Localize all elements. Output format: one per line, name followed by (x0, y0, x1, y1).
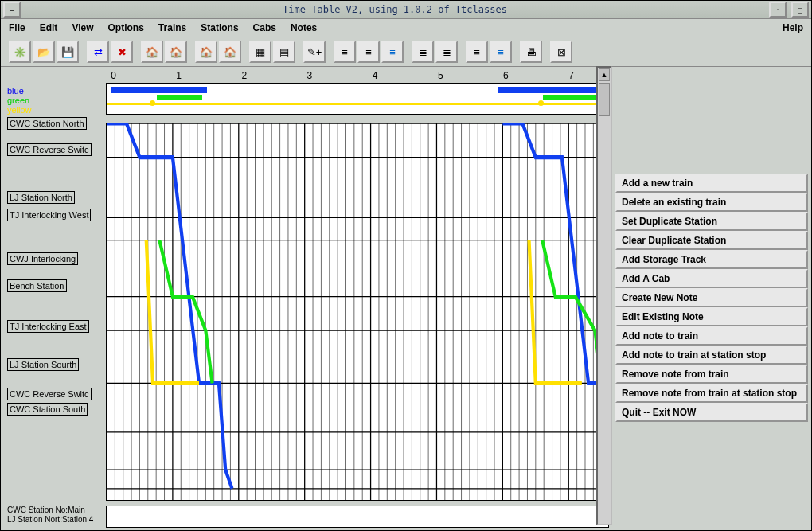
toolbar-train-add-icon[interactable]: ⇄ (87, 41, 109, 63)
toolbar-open-icon[interactable]: 📂 (33, 41, 55, 63)
time-axis: 0 1 2 3 4 5 6 7 (106, 70, 609, 83)
status-line-1: CWC Station No:Main (7, 506, 103, 515)
action-button[interactable]: Clear Duplicate Station (615, 231, 808, 250)
action-button[interactable]: Delete an existing train (615, 193, 808, 212)
toolbar-grid2-icon[interactable]: ▤ (273, 41, 295, 63)
action-button[interactable]: Add note to train (615, 326, 808, 346)
menu-options[interactable]: Options (108, 22, 144, 33)
legend-green: green (7, 96, 103, 105)
toolbar-align7-icon[interactable]: ≡ (490, 41, 512, 63)
action-button[interactable]: Add a new train (615, 174, 808, 193)
menu-file[interactable]: File (9, 22, 25, 33)
tick: 0 (111, 70, 116, 81)
toolbar-grid-icon[interactable]: ▦ (249, 41, 271, 63)
cab-occupancy-strip[interactable] (106, 83, 609, 115)
action-button[interactable]: Quit -- Exit NOW (615, 403, 808, 422)
action-button[interactable]: Edit Existing Note (615, 307, 808, 326)
station-label: CWC Reverse Switc (7, 143, 92, 156)
toolbar-align1-icon[interactable]: ≡ (334, 41, 356, 63)
station-label: CWC Reverse Switc (7, 388, 92, 400)
toolbar-print-icon[interactable]: 🖶 (520, 41, 542, 63)
toolbar-align2-icon[interactable]: ≡ (357, 41, 380, 63)
menu-cabs[interactable]: Cabs (253, 22, 276, 33)
station-label: Bench Station (7, 279, 67, 292)
window-menu-button[interactable]: — (3, 2, 21, 18)
toolbar-new-icon[interactable]: ✳️ (9, 41, 31, 63)
action-button[interactable]: Remove note from train (615, 365, 808, 384)
toolbar-note-add-icon[interactable]: ✎+ (303, 41, 326, 63)
toolbar-station-4-icon[interactable]: 🏠 (219, 41, 241, 63)
body: 0 1 2 3 4 5 6 7 blue green yellow (1, 67, 811, 531)
menu-notes[interactable]: Notes (291, 22, 317, 33)
toolbar-align6-icon[interactable]: ≡ (466, 41, 488, 63)
toolbar-save-icon[interactable]: 💾 (57, 41, 79, 63)
tick: 7 (568, 70, 574, 81)
graph-panel: 0 1 2 3 4 5 6 7 blue green yellow (1, 67, 612, 531)
action-button[interactable]: Set Duplicate Station (615, 212, 808, 231)
action-panel: Add a new trainDelete an existing trainS… (612, 67, 811, 531)
maximize-button[interactable]: □ (791, 2, 809, 18)
vertical-scrollbar[interactable]: ▲ (596, 66, 612, 525)
station-label: TJ Interlocking East (7, 320, 89, 333)
train-graph[interactable] (106, 123, 609, 501)
station-label: CWJ Interlocking (7, 252, 78, 265)
toolbar: ✳️ 📂 💾 ⇄ ✖ 🏠 🏠 🏠 🏠 ▦ ▤ ✎+ ≡ ≡ ≡ ≣ ≣ ≡ ≡ … (1, 37, 811, 67)
legend-blue: blue (7, 86, 103, 96)
tick: 2 (241, 70, 247, 81)
status-strip (106, 506, 609, 528)
station-label: LJ Station Sourth (7, 358, 79, 371)
status-line-2: LJ Station Nort:Station 4 (7, 515, 103, 525)
action-button[interactable]: Add note to train at station stop (615, 346, 808, 365)
tick: 3 (307, 70, 313, 81)
menu-stations[interactable]: Stations (201, 22, 238, 33)
toolbar-close-icon[interactable]: ⊠ (550, 41, 572, 63)
station-label: LJ Station North (7, 191, 75, 204)
legend-yellow: yellow (7, 105, 103, 115)
toolbar-train-del-icon[interactable]: ✖ (111, 41, 133, 63)
station-label: CWC Station South (7, 403, 88, 416)
app-window: — Time Table V2, using 1.0.2 of Ttclasse… (0, 0, 812, 531)
menu-view[interactable]: View (72, 22, 93, 33)
tick: 4 (373, 70, 378, 81)
action-button[interactable]: Create New Note (615, 288, 808, 307)
scroll-thumb[interactable] (599, 83, 610, 116)
toolbar-align3-icon[interactable]: ≡ (381, 41, 404, 63)
status-labels: CWC Station No:Main LJ Station Nort:Stat… (7, 506, 103, 528)
menubar: File Edit View Options Trains Stations C… (1, 19, 811, 37)
station-label: CWC Station North (7, 117, 87, 130)
toolbar-align4-icon[interactable]: ≣ (412, 41, 434, 63)
tick: 1 (176, 70, 182, 81)
toolbar-station-2-icon[interactable]: 🏠 (165, 41, 187, 63)
titlebar: — Time Table V2, using 1.0.2 of Ttclasse… (1, 1, 811, 19)
menu-trains[interactable]: Trains (158, 22, 186, 33)
station-labels: CWC Station NorthCWC Reverse SwitcLJ Sta… (7, 123, 103, 417)
scroll-up-icon[interactable]: ▲ (599, 68, 610, 81)
legend: blue green yellow (7, 83, 103, 115)
action-button[interactable]: Add A Cab (615, 269, 808, 288)
menu-help[interactable]: Help (783, 22, 803, 33)
window-title: Time Table V2, using 1.0.2 of Ttclasses (23, 4, 767, 15)
action-button[interactable]: Add Storage Track (615, 250, 808, 269)
toolbar-station-3-icon[interactable]: 🏠 (195, 41, 217, 63)
minimize-button[interactable]: · (769, 2, 787, 18)
action-button[interactable]: Remove note from train at station stop (615, 384, 808, 403)
toolbar-align5-icon[interactable]: ≣ (435, 41, 458, 63)
menu-edit[interactable]: Edit (40, 22, 58, 33)
tick: 6 (503, 70, 509, 81)
tick: 5 (438, 70, 443, 81)
toolbar-station-1-icon[interactable]: 🏠 (141, 41, 163, 63)
station-label: TJ Interlocking West (7, 209, 91, 221)
